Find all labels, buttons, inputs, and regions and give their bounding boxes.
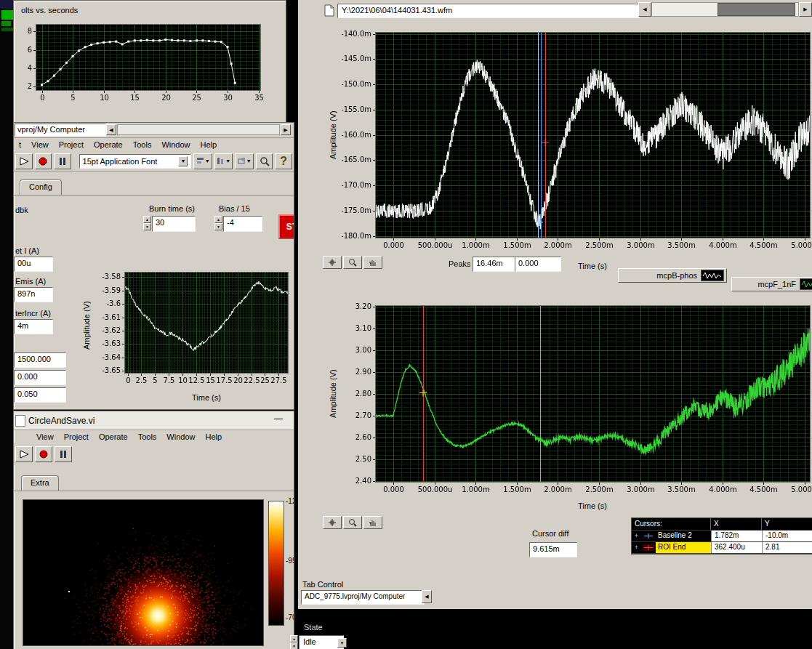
colorbar-min-label: -70 [286,613,294,621]
pan-tool-button[interactable] [363,516,382,529]
minimize-button[interactable]: — [274,414,283,424]
plot-legend-mcpF-label: mcpF_1nF [757,280,796,289]
cursor-tool-button[interactable] [323,256,342,269]
run-button[interactable] [15,153,33,169]
bias-field[interactable]: -4 [223,216,262,232]
cursor-x-value[interactable]: 1.782m [711,531,762,541]
abort-button[interactable] [35,153,52,169]
menu-project[interactable]: Project [54,139,89,150]
main-titlebar[interactable]: vproj/My Computer ◀ ▶ [14,123,294,138]
menu-help[interactable]: Help [196,139,222,150]
up-arrow-icon[interactable]: ▲ [143,216,151,223]
up-arrow-icon[interactable]: ▲ [214,216,222,223]
circle-titlebar[interactable]: CircleAndSave.vi — [14,411,294,430]
menu-view[interactable]: View [31,431,59,443]
font-selector[interactable]: 15pt Application Font ▼ [79,154,192,169]
down-arrow-icon[interactable]: ▼ [143,223,151,230]
distribute-objects-button[interactable]: ▼ [214,153,233,169]
burn-time-field[interactable]: 30 [152,216,196,232]
bottom-graph-palette [323,516,382,529]
desktop: olts vs. seconds vproj/My Computer ◀ ▶ t… [0,0,812,649]
pause-button[interactable] [55,446,72,462]
bottom-waveform-graph[interactable] [342,298,812,501]
volts-graph-title: olts vs. seconds [21,6,78,15]
align-objects-button[interactable]: ▼ [193,153,212,169]
cursor-style-icon[interactable] [641,531,656,541]
cursor-y-value[interactable]: 2.81 [762,542,812,553]
menu-help[interactable]: Help [200,431,227,443]
cursor-row-roi-end[interactable]: + ROI End 362.400u 2.81 [632,542,812,554]
pause-button[interactable] [54,153,71,169]
numeric-field-1500[interactable]: 1500.000 [14,352,66,368]
reorder-magnifier-button[interactable] [256,153,273,169]
top-waveform-graph[interactable] [342,26,812,260]
scroll-left-button[interactable]: ◀ [638,2,651,17]
peaks-field-1[interactable]: 16.46m [473,257,519,272]
menu-operate[interactable]: Operate [94,431,133,443]
resize-objects-button[interactable]: ▼ [235,153,253,169]
down-arrow-icon[interactable]: ▼ [290,642,298,649]
cursor-y-value[interactable]: -10.0m [762,531,812,541]
bias-stepper[interactable]: ▲▼ [214,216,222,230]
heater-incr-field[interactable]: 4m [14,319,53,334]
volts-graph[interactable] [23,20,273,105]
peaks-field-2[interactable]: 0.000 [515,257,561,272]
cursor-style-icon[interactable] [641,542,656,553]
menu-tools[interactable]: Tools [133,431,162,443]
burn-time-stepper[interactable]: ▲▼ [143,216,151,230]
small-amplitude-graph[interactable] [95,266,293,391]
state-stepper[interactable]: ▲▼ [290,635,298,649]
emission-field[interactable]: 897n [14,287,53,302]
titlebar-scroll-right-button[interactable]: ▶ [281,124,291,135]
run-button[interactable] [15,446,33,462]
menu-view[interactable]: View [26,139,54,150]
chevron-down-icon: ▼ [178,156,188,166]
menu-operate[interactable]: Operate [89,139,128,150]
menu-tools[interactable]: Tools [128,139,157,150]
zoom-tool-button[interactable] [343,516,362,529]
state-dropdown-button[interactable]: ▼ [337,638,347,648]
menu-window[interactable]: Window [161,431,200,443]
file-path-icon[interactable] [324,4,334,20]
abort-button[interactable] [35,446,52,462]
status-scroll-left-button[interactable]: ◀ [422,590,432,603]
numeric-field-0050[interactable]: 0.050 [14,387,66,403]
main-vi-window: vproj/My Computer ◀ ▶ t View Project Ope… [13,122,294,410]
waveform-path-field[interactable]: Y:\2021\06\04\144031.431.wfm [337,4,640,18]
scrollbar-track[interactable] [651,2,799,17]
titlebar-scroll-left-button[interactable]: ◀ [106,124,116,135]
cursor-name[interactable]: Baseline 2 [656,531,711,541]
pan-tool-button[interactable] [363,256,382,269]
down-arrow-icon[interactable]: ▼ [214,223,222,230]
scroll-right-button[interactable]: ▶ [799,2,812,17]
cursor-diff-field[interactable]: 9.615m [529,542,577,557]
chevron-down-icon: ▼ [246,158,252,164]
heater-incr-label: terIncr (A) [15,309,51,318]
cursor-name[interactable]: ROI End [656,542,711,553]
menu-item-cropped[interactable]: t [14,139,26,150]
intensity-colorbar[interactable] [268,501,284,626]
expand-icon[interactable]: + [632,531,641,541]
top-horizontal-scrollbar[interactable]: ◀ ▶ [638,2,812,17]
up-arrow-icon[interactable]: ▲ [290,635,298,642]
context-help-button[interactable]: ? [275,153,292,169]
top-graph-palette [323,256,382,269]
cursor-x-value[interactable]: 362.400u [711,542,762,553]
cursor-tool-button[interactable] [323,516,342,529]
stop-button[interactable]: STO [278,214,294,239]
expand-icon[interactable]: + [632,542,641,553]
plot-legend-mcpF[interactable]: mcpF_1nF [731,277,812,291]
titlebar-scroll-track[interactable] [117,124,280,135]
numeric-field-0[interactable]: 0.000 [14,370,66,385]
small-graph-ylabel: Amplitude (V) [82,286,91,366]
menu-window[interactable]: Window [156,139,195,150]
beam-intensity-image[interactable] [23,499,264,646]
plot-legend-mcpB[interactable]: mcpB-phos [618,268,727,283]
cursor-row-baseline2[interactable]: + Baseline 2 1.782m -10.0m [632,531,812,542]
tab-config[interactable]: Config [20,180,62,195]
zoom-tool-button[interactable] [343,256,362,269]
target-current-field[interactable]: 00u [14,257,53,272]
scrollbar-thumb[interactable] [717,3,795,16]
menu-project[interactable]: Project [59,431,94,443]
tab-extra[interactable]: Extra [21,475,59,491]
